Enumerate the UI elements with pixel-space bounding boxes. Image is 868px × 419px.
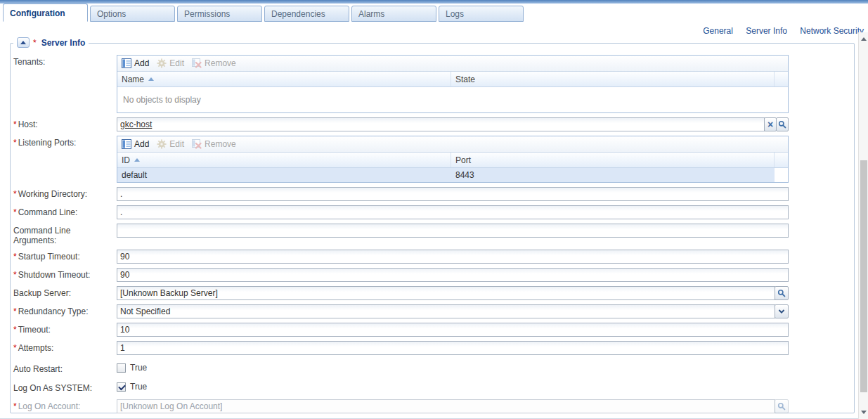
ports-edit-button[interactable]: Edit [157, 139, 184, 149]
sort-ascending-icon [148, 77, 154, 81]
log-on-as-system-row: Log On As SYSTEM: True [12, 381, 848, 393]
ports-grid-header: ID Port [117, 153, 788, 168]
log-on-account-row: *Log On Account: [12, 399, 848, 413]
backup-server-label: Backup Server: [12, 286, 117, 298]
log-on-as-system-label: Log On As SYSTEM: [12, 381, 117, 393]
remove-button-label: Remove [205, 58, 236, 68]
tab-configuration[interactable]: Configuration [3, 4, 88, 22]
listening-ports-row: *Listening Ports: Add [12, 136, 848, 183]
collapse-section-button[interactable] [17, 37, 30, 48]
column-header-id[interactable]: ID [117, 153, 451, 167]
add-form-icon [122, 139, 131, 149]
attempts-input[interactable] [117, 341, 789, 355]
command-line-arguments-label: Command Line Arguments: [12, 224, 117, 245]
auto-restart-checkbox-label: True [130, 363, 147, 373]
tenants-toolbar: Add [117, 56, 788, 72]
link-network-security[interactable]: Network Security [800, 26, 864, 36]
ports-remove-button[interactable]: Remove [192, 139, 236, 149]
column-header-port[interactable]: Port [451, 153, 775, 167]
startup-timeout-row: *Startup Timeout: [12, 250, 848, 264]
auto-restart-checkbox[interactable] [117, 363, 126, 373]
log-on-as-system-checkbox[interactable] [117, 382, 126, 392]
tenants-add-button[interactable]: Add [122, 58, 149, 68]
tenants-grid-header: Name State [117, 72, 788, 87]
edit-button-label: Edit [169, 139, 184, 149]
listening-ports-grid: Add [117, 136, 789, 183]
redundancy-type-select[interactable] [117, 304, 789, 318]
search-icon [777, 289, 786, 297]
tab-dependencies[interactable]: Dependencies [264, 6, 349, 22]
column-header-name[interactable]: Name [117, 72, 451, 86]
working-directory-label: *Working Directory: [12, 187, 117, 199]
clear-icon: × [767, 120, 773, 129]
configuration-window: Configuration Options Permissions Depend… [0, 0, 868, 419]
search-icon [777, 402, 786, 411]
redundancy-type-dropdown-button[interactable] [775, 304, 789, 318]
log-on-as-system-checkbox-label: True [130, 382, 147, 392]
command-line-input[interactable] [117, 205, 789, 219]
shutdown-timeout-label: *Shutdown Timeout: [12, 268, 117, 280]
edit-gear-icon [157, 58, 167, 68]
backup-server-row: Backup Server: [12, 286, 848, 300]
column-header-filler [775, 72, 788, 86]
log-on-account-input[interactable] [117, 399, 775, 413]
startup-timeout-label: *Startup Timeout: [12, 250, 117, 262]
command-line-arguments-input[interactable] [117, 224, 789, 238]
remove-icon [192, 139, 202, 149]
host-clear-button[interactable]: × [764, 117, 777, 131]
redundancy-type-label: *Redundancy Type: [12, 304, 117, 316]
timeout-row: *Timeout: [12, 323, 848, 337]
backup-server-input[interactable] [117, 286, 775, 300]
chevron-down-icon [778, 309, 785, 314]
command-line-arguments-row: Command Line Arguments: [12, 224, 848, 245]
ports-add-button[interactable]: Add [122, 139, 149, 149]
timeout-label: *Timeout: [12, 323, 117, 335]
link-general[interactable]: General [703, 26, 733, 36]
shutdown-timeout-input[interactable] [117, 268, 789, 282]
listening-ports-toolbar: Add [117, 136, 788, 153]
remove-button-label: Remove [205, 139, 236, 149]
collapse-arrow-icon [20, 41, 26, 44]
tab-alarms[interactable]: Alarms [351, 6, 436, 22]
column-header-state[interactable]: State [451, 72, 775, 86]
host-search-button[interactable] [776, 117, 789, 131]
tab-options[interactable]: Options [90, 6, 175, 22]
section-title: Server Info [41, 38, 86, 48]
auto-restart-label: Auto Restart: [12, 362, 117, 374]
tenants-edit-button[interactable]: Edit [157, 58, 184, 68]
link-server-info[interactable]: Server Info [746, 26, 787, 36]
auto-restart-row: Auto Restart: True [12, 362, 848, 374]
command-line-row: *Command Line: [12, 205, 848, 219]
scroll-up-arrow-icon[interactable] [861, 37, 867, 41]
host-row: *Host: × [12, 117, 848, 131]
add-button-label: Add [134, 58, 149, 68]
tenants-empty-message: No objects to display [117, 87, 788, 112]
scroll-down-arrow-icon[interactable] [861, 411, 867, 414]
tab-logs[interactable]: Logs [439, 6, 524, 22]
log-on-account-search-button[interactable] [775, 399, 789, 413]
section-quick-links: General Server Info Network Security [0, 22, 868, 33]
port-row-default[interactable]: default 8443 [117, 168, 788, 182]
shutdown-timeout-row: *Shutdown Timeout: [12, 268, 848, 282]
working-directory-input[interactable] [117, 187, 789, 201]
tenants-grid: Add [117, 55, 789, 113]
host-input[interactable] [117, 117, 765, 131]
tenants-label: Tenants: [12, 55, 117, 67]
attempts-row: *Attempts: [12, 341, 848, 355]
remove-icon [192, 58, 202, 68]
redundancy-type-value[interactable] [117, 304, 775, 318]
redundancy-type-row: *Redundancy Type: [12, 304, 848, 318]
tab-permissions[interactable]: Permissions [177, 6, 262, 22]
backup-server-search-button[interactable] [775, 286, 789, 300]
command-line-label: *Command Line: [12, 205, 117, 217]
working-directory-row: *Working Directory: [12, 187, 848, 201]
listening-ports-label: *Listening Ports: [12, 136, 117, 148]
scrollbar-thumb[interactable] [860, 160, 867, 392]
required-marker: * [13, 120, 17, 129]
startup-timeout-input[interactable] [117, 250, 789, 264]
sort-ascending-icon [134, 158, 140, 162]
vertical-scrollbar[interactable] [858, 32, 868, 419]
host-label: *Host: [12, 117, 117, 129]
tenants-remove-button[interactable]: Remove [192, 58, 236, 68]
timeout-input[interactable] [117, 323, 789, 337]
